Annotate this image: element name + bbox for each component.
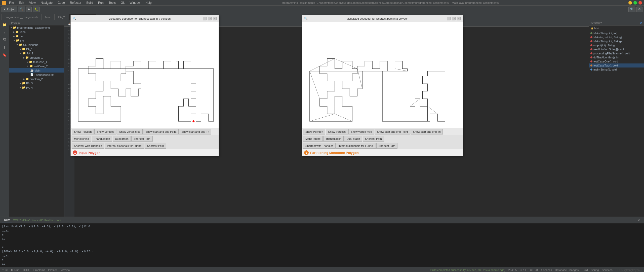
shortest-path-btn-2a[interactable]: Shortest Path [363, 136, 384, 142]
toolbar-debug[interactable]: 🐛 [33, 7, 40, 12]
settings-icon[interactable]: ⚙ [635, 218, 642, 222]
pull-request-icon[interactable]: ⬆ [1, 44, 8, 51]
build-btn[interactable]: Build [582, 268, 588, 271]
close-btn[interactable] [638, 1, 642, 5]
tree-idea[interactable]: ▶ 📁 .idea [9, 30, 64, 34]
settings-btn[interactable]: ⚙ [636, 7, 642, 12]
menu-file[interactable]: File [8, 1, 15, 5]
run-status[interactable]: ▶ Run [11, 268, 19, 271]
viz-maximize-2[interactable]: □ [452, 17, 456, 20]
shortest-path-btn-1b[interactable]: Shortest Path [145, 143, 166, 149]
tree-problem1[interactable]: ▶ 📁 problem_1 [9, 55, 64, 60]
show-polygon-btn-2[interactable]: Show Polygon [303, 129, 325, 134]
show-polygon-btn-1[interactable]: Show Polygon [72, 129, 94, 134]
show-start-end-tri-btn-1[interactable]: Show start and end Tri [179, 129, 211, 134]
show-vertex-type-btn-1[interactable]: Show vertex type [117, 129, 143, 134]
menu-edit[interactable]: Edit [18, 1, 25, 5]
menu-tools[interactable]: Tools [108, 1, 117, 5]
internal-diagonals-btn-2[interactable]: Internal diagonals for Funnel [336, 143, 376, 149]
shortest-path-btn-1a[interactable]: Shortest Path [131, 136, 153, 142]
bookmark-icon[interactable]: 🔖 [1, 51, 8, 58]
menu-code[interactable]: Code [57, 1, 66, 5]
tree-pa4[interactable]: ▶ 📁 PA_4 [9, 85, 64, 90]
profiler-status[interactable]: Profiler [48, 268, 57, 271]
show-vertices-btn-2[interactable]: Show Vertices [326, 129, 348, 134]
triangulation-btn-2[interactable]: Triangulation [323, 136, 344, 142]
show-start-end-tri-btn-2[interactable]: Show start and end Tri [411, 129, 443, 134]
tab-programming-assignments[interactable]: programming_assignments [2, 14, 42, 20]
struct-output[interactable]: output(int): String [589, 43, 644, 47]
viz-window-2: 🔍 Visualized debugger for Shortest path … [302, 15, 463, 156]
dual-graph-btn-2[interactable]: Dual graph [344, 136, 362, 142]
tree-pa2[interactable]: ▼ 📁 PA_2 [9, 51, 64, 55]
internal-diagonals-btn-1[interactable]: Internal diagonals for Funnel [105, 143, 144, 149]
struct-testcaseone[interactable]: testCaseOne(): void [589, 59, 644, 63]
struct-processingfile[interactable]: processingFile(Scanner): void [589, 51, 644, 55]
tree-cgtsinghua[interactable]: ▼ 📁 CGTsinghua [9, 43, 64, 47]
dual-graph-btn-1[interactable]: Dual graph [113, 136, 131, 142]
tree-testcase1[interactable]: ▶ 📁 testCase_1 [9, 60, 64, 64]
maximize-btn[interactable] [633, 1, 637, 5]
tree-main-java[interactable]: ☕ Main [9, 68, 64, 73]
viz-close-2[interactable]: ✕ [457, 17, 461, 20]
project-icon[interactable]: 📁 [1, 21, 8, 28]
services-btn[interactable]: Services [602, 268, 612, 271]
minimize-btn[interactable] [628, 1, 632, 5]
tree-pseudocode[interactable]: 📄 Pseudocode.txt [9, 73, 64, 77]
menu-navigate[interactable]: Navigate [40, 1, 54, 5]
struct-constructor1[interactable]: Main(String, int, int) [589, 31, 644, 35]
tree-src[interactable]: ▼ 📁 src [9, 38, 64, 43]
menu-view[interactable]: View [28, 1, 37, 5]
viz-minimize-2[interactable]: ─ [447, 17, 451, 20]
terminal-status[interactable]: Terminal [60, 268, 70, 271]
struct-constructor2[interactable]: Main(int, int, int, String) [589, 35, 644, 39]
tab-main[interactable]: Main [42, 14, 55, 20]
show-vertices-btn-1[interactable]: Show Vertices [94, 129, 116, 134]
struct-main[interactable]: main(String[]): void [589, 67, 644, 72]
monotoning-btn-1[interactable]: MonoToning [72, 136, 91, 142]
shortest-path-btn-2b[interactable]: Shortest Path [376, 143, 398, 149]
spring-btn[interactable]: Spring [591, 268, 599, 271]
viz-minimize-1[interactable]: ─ [203, 17, 207, 20]
search-everywhere[interactable]: 🔍 [628, 7, 635, 12]
tree-testcase2[interactable]: ▼ 📁 testCase_2 [9, 64, 64, 68]
menu-git[interactable]: Git [120, 1, 126, 5]
shortest-triangles-btn-2[interactable]: Shortest with Triangles [303, 143, 336, 149]
struct-readinfo[interactable]: readInfo(int, String[]): void [589, 47, 644, 51]
tree-pa1[interactable]: ▶ 📁 PA_1 [9, 47, 64, 51]
structure-icon[interactable]: ⚙ [639, 21, 642, 24]
menu-build[interactable]: Build [85, 1, 94, 5]
project-dropdown[interactable]: ▼ Project [2, 7, 17, 12]
struct-testcasetwo[interactable]: testCaseTwo(): void [589, 63, 644, 67]
triangulation-btn-1[interactable]: Triangulation [92, 136, 112, 142]
viz-titlebar-1[interactable]: 🔍 Visualized debugger for Shortest path … [71, 15, 219, 22]
tree-pa3[interactable]: ▶ 📁 PA_3 [9, 81, 64, 85]
viz-maximize-1[interactable]: □ [208, 17, 212, 20]
tree-out[interactable]: ▶ 📁 out [9, 34, 64, 38]
tree-programming-assignments[interactable]: ▼ 📁 programming_assignments [9, 25, 64, 30]
viz-close-1[interactable]: ✕ [213, 17, 217, 20]
db-changes[interactable]: Database Changes [555, 268, 579, 271]
menu-window[interactable]: Window [129, 1, 141, 5]
tab-pa2[interactable]: PA_2 [55, 14, 68, 20]
show-vertex-type-btn-2[interactable]: Show vertex type [348, 129, 374, 134]
tree-problem2[interactable]: ▶ 📁 problem_2 [9, 77, 64, 81]
struct-doalgorithm[interactable]: doTheAlgorithm(): int [589, 55, 644, 59]
show-start-end-btn-2[interactable]: Show start and end Point [375, 129, 410, 134]
viz-titlebar-2[interactable]: 🔍 Visualized debugger for Shortest path … [302, 15, 463, 22]
structure-icon[interactable]: 🏗 [1, 36, 8, 43]
git-status[interactable]: ⑂ Git [2, 268, 8, 271]
menu-run[interactable]: Run [97, 1, 105, 5]
shortest-triangles-btn-1[interactable]: Shortest with Triangles [72, 143, 104, 149]
run-tab[interactable]: Run: [2, 218, 12, 222]
git-icon[interactable]: ⑂ [1, 29, 8, 36]
show-start-end-btn-1[interactable]: Show start and end Point [143, 129, 179, 134]
menu-refactor[interactable]: Refactor [69, 1, 82, 5]
monotoning-btn-2[interactable]: MonoToning [303, 136, 323, 142]
struct-constructor3[interactable]: Main(String, int, String) [589, 39, 644, 43]
menu-help[interactable]: Help [144, 1, 153, 5]
problems-status[interactable]: Problems [33, 268, 45, 271]
toolbar-build[interactable]: 🔨 [18, 7, 25, 12]
todo-status[interactable]: TODO [22, 268, 30, 271]
toolbar-run2[interactable]: ▶ [26, 7, 32, 12]
